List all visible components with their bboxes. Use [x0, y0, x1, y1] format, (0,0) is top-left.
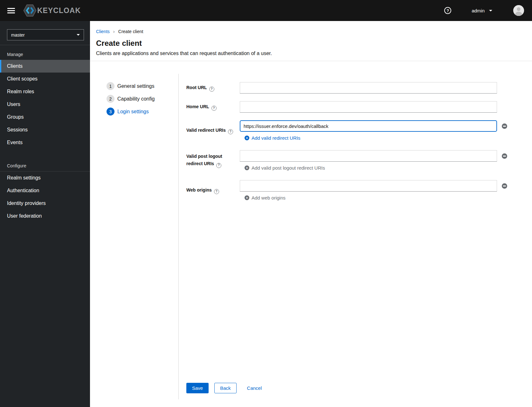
- page-title: Create client: [96, 39, 519, 48]
- page-subtitle: Clients are applications and services th…: [96, 51, 519, 56]
- home-url-input[interactable]: [240, 101, 497, 113]
- valid-redirect-uris-group: Valid redirect URIs Add valid redirect U…: [186, 120, 532, 141]
- wizard-step-capability-config[interactable]: 2 Capability config: [107, 95, 178, 103]
- breadcrumb-separator: ›: [113, 29, 115, 34]
- root-url-label: Root URL: [186, 84, 214, 92]
- root-url-input[interactable]: [240, 82, 497, 94]
- realm-selector[interactable]: master: [7, 29, 84, 40]
- save-button[interactable]: Save: [186, 383, 209, 393]
- nav-section-manage: Manage: [0, 45, 90, 60]
- add-post-logout-uri-button[interactable]: Add valid post logout redirect URIs: [245, 165, 325, 171]
- sidebar-item-events[interactable]: Events: [0, 136, 90, 149]
- chevron-down-icon: [489, 10, 492, 11]
- hamburger-menu-icon[interactable]: [7, 8, 15, 13]
- step-label: Capability config: [117, 96, 155, 102]
- sidebar-item-sessions[interactable]: Sessions: [0, 123, 90, 136]
- avatar[interactable]: [513, 5, 524, 16]
- page-header: Clients › Create client Create client Cl…: [90, 21, 532, 61]
- wizard-step-general-settings[interactable]: 1 General settings: [107, 82, 178, 90]
- home-url-label: Home URL: [186, 103, 217, 111]
- breadcrumb-current: Create client: [118, 29, 143, 34]
- cancel-button[interactable]: Cancel: [247, 383, 262, 393]
- help-icon[interactable]: [228, 129, 233, 134]
- username: admin: [472, 8, 485, 13]
- web-origins-group: Web origins Add web origins: [186, 180, 532, 200]
- web-origins-input[interactable]: [240, 180, 497, 192]
- sidebar-item-authentication[interactable]: Authentication: [0, 184, 90, 197]
- remove-redirect-uri-button[interactable]: [502, 123, 507, 129]
- keycloak-logo-icon: [23, 4, 37, 17]
- valid-redirect-uri-input[interactable]: [240, 120, 497, 132]
- main-content: Clients › Create client Create client Cl…: [90, 21, 532, 407]
- keycloak-logo: KEYCLOAK: [23, 4, 81, 17]
- breadcrumb: Clients › Create client: [96, 29, 519, 34]
- help-icon[interactable]: [209, 87, 214, 92]
- help-icon[interactable]: ?: [444, 7, 451, 14]
- sidebar-item-identity-providers[interactable]: Identity providers: [0, 197, 90, 210]
- home-url-group: Home URL: [186, 101, 532, 113]
- plus-circle-icon: [245, 195, 249, 200]
- nav-section-configure: Configure: [0, 157, 90, 171]
- sidebar-item-clients[interactable]: Clients: [0, 60, 90, 73]
- help-icon[interactable]: [211, 106, 217, 111]
- avatar-icon: [513, 5, 524, 16]
- login-settings-form: Root URL Home URL: [178, 74, 532, 399]
- remove-web-origin-button[interactable]: [502, 183, 507, 189]
- wizard-nav: 1 General settings 2 Capability config 3…: [90, 74, 178, 399]
- masthead: KEYCLOAK ? admin: [0, 0, 532, 21]
- step-number: 2: [107, 95, 114, 103]
- sidebar-item-groups[interactable]: Groups: [0, 111, 90, 123]
- form-actions: Save Back Cancel: [186, 383, 532, 393]
- sidebar-item-user-federation[interactable]: User federation: [0, 210, 90, 222]
- post-logout-uris-group: Valid post logout redirect URIs Add vali…: [186, 150, 532, 171]
- step-label: Login settings: [117, 109, 149, 115]
- sidebar: master Manage Clients Client scopes Real…: [0, 21, 90, 407]
- breadcrumb-clients-link[interactable]: Clients: [96, 29, 110, 34]
- chevron-down-icon: [77, 34, 80, 36]
- step-label: General settings: [117, 83, 155, 89]
- wizard-step-login-settings[interactable]: 3 Login settings: [107, 108, 178, 116]
- sidebar-item-realm-settings[interactable]: Realm settings: [0, 172, 90, 184]
- remove-post-logout-uri-button[interactable]: [502, 153, 507, 159]
- post-logout-uri-input[interactable]: [240, 150, 497, 162]
- web-origins-label: Web origins: [186, 186, 219, 194]
- sidebar-item-client-scopes[interactable]: Client scopes: [0, 73, 90, 85]
- brand-text: KEYCLOAK: [37, 6, 81, 15]
- sidebar-item-users[interactable]: Users: [0, 98, 90, 111]
- plus-circle-icon: [245, 136, 249, 140]
- back-button[interactable]: Back: [214, 383, 236, 393]
- valid-redirect-uris-label: Valid redirect URIs: [186, 127, 233, 134]
- step-number: 3: [107, 108, 114, 116]
- realm-selector-value: master: [11, 32, 25, 38]
- user-menu[interactable]: admin: [472, 8, 492, 13]
- help-icon[interactable]: [216, 163, 221, 168]
- help-icon[interactable]: [214, 189, 219, 194]
- step-number: 1: [107, 82, 114, 90]
- plus-circle-icon: [245, 165, 249, 170]
- post-logout-uris-label: Valid post logout redirect URIs: [186, 153, 233, 168]
- sidebar-item-realm-roles[interactable]: Realm roles: [0, 85, 90, 98]
- add-web-origin-button[interactable]: Add web origins: [245, 195, 286, 200]
- add-redirect-uri-button[interactable]: Add valid redirect URIs: [245, 135, 300, 141]
- root-url-group: Root URL: [186, 82, 532, 94]
